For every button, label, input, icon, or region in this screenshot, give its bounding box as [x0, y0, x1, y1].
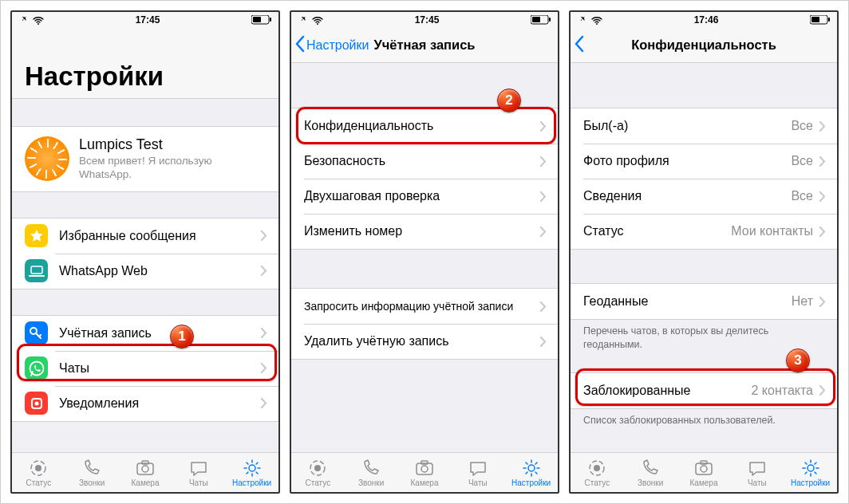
- airplane-mode-icon: [577, 15, 588, 25]
- chevron-right-icon: [261, 398, 267, 408]
- chevron-right-icon: [261, 363, 267, 373]
- chevron-right-icon: [819, 156, 826, 167]
- airplane-mode-icon: [298, 15, 309, 25]
- footer-live-location: Перечень чатов, в которых вы делитесь ге…: [571, 320, 837, 352]
- screen-account: 17:45 Настройки Учётная запись Конфиденц…: [290, 10, 559, 494]
- tab-status[interactable]: Статус: [12, 453, 65, 492]
- screen-settings: 17:45 Настройки Lumpics Test Всем привет…: [10, 10, 280, 494]
- row-status[interactable]: Статус Мои контакты: [571, 214, 837, 249]
- tab-calls[interactable]: Звонки: [65, 453, 119, 492]
- chevron-right-icon: [819, 297, 826, 307]
- chevron-right-icon: [261, 230, 267, 241]
- status-bar: 17:45: [291, 12, 558, 28]
- chevron-left-icon: [574, 35, 584, 56]
- row-security[interactable]: Безопасность: [291, 144, 558, 179]
- nav-bar: Настройки Учётная запись: [291, 28, 558, 63]
- wifi-icon: [591, 16, 602, 25]
- row-two-step[interactable]: Двухшаговая проверка: [291, 179, 558, 214]
- star-icon: [25, 224, 48, 247]
- nav-title: Учётная запись: [373, 37, 475, 53]
- value-last-seen: Все: [791, 119, 813, 133]
- row-live-location[interactable]: Геоданные Нет: [571, 284, 837, 319]
- tab-camera[interactable]: Камера: [677, 453, 731, 492]
- tab-settings[interactable]: Настройки: [225, 453, 278, 492]
- page-title: Настройки: [12, 28, 278, 99]
- notifications-icon: [25, 392, 48, 415]
- chevron-right-icon: [540, 301, 547, 312]
- key-icon: [25, 321, 48, 345]
- chevron-right-icon: [261, 266, 267, 276]
- chevron-right-icon: [540, 121, 547, 132]
- tab-chats[interactable]: Чаты: [730, 453, 784, 492]
- tab-bar: Статус Звонки Камера Чаты Настройки: [291, 452, 558, 492]
- battery-icon: [251, 15, 272, 25]
- tab-status[interactable]: Статус: [291, 453, 345, 492]
- nav-bar: Конфиденциальность: [571, 28, 837, 63]
- row-whatsapp-web[interactable]: WhatsApp Web: [12, 254, 278, 289]
- chevron-right-icon: [819, 191, 826, 202]
- profile-row[interactable]: Lumpics Test Всем привет! Я использую Wh…: [12, 127, 278, 191]
- chevron-right-icon: [819, 385, 826, 396]
- wifi-icon: [312, 16, 323, 25]
- chevron-right-icon: [261, 328, 267, 338]
- tab-chats[interactable]: Чаты: [451, 453, 504, 492]
- tab-settings[interactable]: Настройки: [504, 453, 558, 492]
- tab-status[interactable]: Статус: [571, 453, 624, 492]
- status-bar: 17:46: [571, 12, 837, 28]
- value-status: Мои контакты: [731, 224, 813, 238]
- chevron-right-icon: [819, 121, 826, 132]
- tab-settings[interactable]: Настройки: [784, 453, 837, 492]
- back-button[interactable]: [574, 28, 584, 62]
- whatsapp-icon: [25, 356, 48, 380]
- row-blocked[interactable]: Заблокированные 2 контакта: [571, 373, 837, 408]
- row-last-seen[interactable]: Был(-а) Все: [571, 108, 837, 144]
- laptop-icon: [25, 259, 48, 282]
- wifi-icon: [33, 16, 44, 25]
- chevron-right-icon: [540, 191, 547, 202]
- nav-title: Конфиденциальность: [631, 37, 776, 53]
- screen-privacy: 17:46 Конфиденциальность Был(-а) Все Фот…: [569, 10, 839, 494]
- tab-camera[interactable]: Камера: [398, 453, 452, 492]
- tab-calls[interactable]: Звонки: [624, 453, 677, 492]
- profile-name: Lumpics Test: [79, 136, 267, 153]
- row-privacy[interactable]: Конфиденциальность: [291, 108, 558, 144]
- footer-blocked: Список заблокированных пользователей.: [571, 409, 837, 427]
- battery-icon: [810, 15, 831, 25]
- row-delete-account[interactable]: Удалить учётную запись: [291, 324, 558, 359]
- profile-status: Всем привет! Я использую WhatsApp.: [79, 155, 267, 182]
- status-time: 17:45: [136, 14, 160, 26]
- avatar: [25, 136, 69, 181]
- value-live-location: Нет: [792, 294, 813, 309]
- row-chats[interactable]: Чаты: [12, 351, 278, 386]
- row-about[interactable]: Сведения Все: [571, 179, 837, 214]
- status-time: 17:46: [694, 14, 719, 26]
- step-badge-2: 2: [497, 89, 521, 112]
- row-notifications[interactable]: Уведомления: [12, 386, 278, 421]
- tab-camera[interactable]: Камера: [119, 453, 172, 492]
- value-profile-photo: Все: [791, 154, 813, 168]
- status-bar: 17:45: [12, 12, 278, 28]
- battery-icon: [531, 15, 551, 25]
- value-about: Все: [791, 189, 813, 203]
- tab-calls[interactable]: Звонки: [345, 453, 398, 492]
- tab-bar: Статус Звонки Камера Чаты Настройки: [571, 452, 837, 492]
- tab-chats[interactable]: Чаты: [172, 453, 225, 492]
- row-change-number[interactable]: Изменить номер: [291, 214, 558, 249]
- chevron-left-icon: [294, 35, 305, 56]
- row-starred-messages[interactable]: Избранные сообщения: [12, 219, 278, 254]
- chevron-right-icon: [540, 226, 547, 237]
- row-request-info[interactable]: Запросить информацию учётной записи: [291, 289, 558, 324]
- row-account[interactable]: Учётная запись: [12, 316, 278, 351]
- step-badge-1: 1: [170, 325, 194, 348]
- tab-bar: Статус Звонки Камера Чаты Настройки: [12, 452, 278, 492]
- chevron-right-icon: [540, 337, 547, 347]
- row-profile-photo[interactable]: Фото профиля Все: [571, 144, 837, 179]
- step-badge-3: 3: [786, 348, 810, 372]
- value-blocked: 2 контакта: [751, 384, 813, 398]
- airplane-mode-icon: [18, 15, 30, 25]
- chevron-right-icon: [540, 156, 547, 167]
- chevron-right-icon: [819, 226, 826, 237]
- status-time: 17:45: [415, 14, 440, 26]
- back-button[interactable]: Настройки: [294, 28, 369, 62]
